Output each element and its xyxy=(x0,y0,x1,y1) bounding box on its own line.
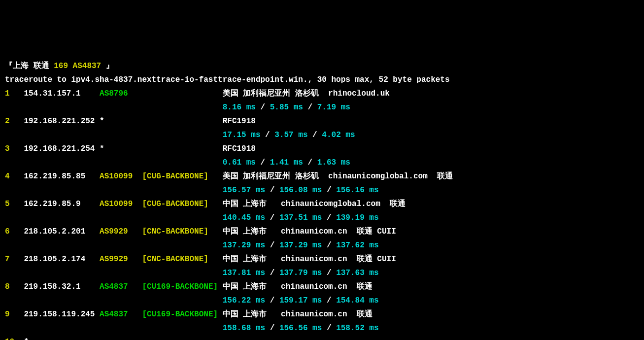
hop-row: 5 162.219.85.9 AS10099 [CUG-BACKBONE] 中国… xyxy=(5,197,639,211)
hop-rtt-2: 137.29 ms xyxy=(279,241,322,250)
hop-ip: 192.168.221.252 xyxy=(24,117,100,126)
hop-row: 4 162.219.85.85 AS10099 [CUG-BACKBONE] 美… xyxy=(5,170,639,183)
hop-rtt-3: 158.52 ms xyxy=(336,324,378,333)
hop-ip: 219.158.119.245 xyxy=(24,310,100,319)
hop-rtt-3: 137.63 ms xyxy=(336,269,378,277)
hop-asn: AS10099 xyxy=(100,200,142,208)
hop-ip: 162.219.85.9 xyxy=(24,200,100,208)
hop-timings: 17.15 ms / 3.57 ms / 4.02 ms xyxy=(5,128,639,142)
hop-number: 3 xyxy=(5,144,24,153)
hop-rtt-1: 0.61 ms xyxy=(223,158,256,167)
hop-number: 1 xyxy=(5,89,24,98)
hop-asn: * xyxy=(100,117,142,126)
hop-backbone-tag: [CUG-BACKBONE] xyxy=(142,200,222,208)
hop-rtt-3: 154.84 ms xyxy=(336,296,378,305)
hop-asn: AS10099 xyxy=(100,172,142,181)
hop-rtt-1: 17.15 ms xyxy=(223,131,261,139)
hop-geo: RFC1918 xyxy=(223,144,256,153)
hop-ip: * xyxy=(24,338,100,340)
hop-ip: 218.105.2.201 xyxy=(24,227,100,236)
hop-timings: 137.29 ms / 137.29 ms / 137.62 ms xyxy=(5,238,639,252)
hop-rtt-2: 137.79 ms xyxy=(279,269,322,277)
hop-timings: 140.45 ms / 137.51 ms / 139.19 ms xyxy=(5,211,639,225)
hop-number: 7 xyxy=(5,255,24,264)
hop-row: 6 218.105.2.201 AS9929 [CNC-BACKBONE] 中国… xyxy=(5,225,639,238)
hop-number: 4 xyxy=(5,172,24,181)
hop-rtt-3: 137.62 ms xyxy=(336,241,378,250)
trace-command: traceroute to ipv4.sha-4837.nexttrace-io… xyxy=(5,73,639,87)
hop-backbone-tag: [CU169-BACKBONE] xyxy=(142,282,222,291)
hop-rtt-2: 3.57 ms xyxy=(274,131,307,139)
hop-rtt-1: 137.29 ms xyxy=(223,241,265,250)
terminal-output: 『上海 联通 169 AS4837 』traceroute to ipv4.sh… xyxy=(5,59,639,340)
hop-row: 3 192.168.221.254 * RFC1918 xyxy=(5,142,639,156)
hop-number: 10 xyxy=(5,338,24,340)
hop-geo: 中国 上海市 chinaunicomglobal.com 联通 xyxy=(223,200,406,208)
hop-row: 10 * xyxy=(5,335,639,340)
hop-rtt-1: 158.68 ms xyxy=(223,324,265,333)
hop-backbone-tag: [CUG-BACKBONE] xyxy=(142,172,222,181)
hop-geo: RFC1918 xyxy=(223,117,256,126)
hop-ip: 219.158.32.1 xyxy=(24,282,100,291)
hop-asn: AS9929 xyxy=(100,255,142,264)
hop-rtt-3: 156.16 ms xyxy=(336,186,378,195)
hop-ip: 218.105.2.174 xyxy=(24,255,100,264)
hop-asn: AS8796 xyxy=(100,89,142,98)
hop-rtt-1: 156.57 ms xyxy=(223,186,265,195)
hop-rtt-2: 156.08 ms xyxy=(279,186,322,195)
hop-row: 2 192.168.221.252 * RFC1918 xyxy=(5,114,639,128)
hop-timings: 8.16 ms / 5.85 ms / 7.19 ms xyxy=(5,101,639,114)
hop-asn: AS4837 xyxy=(100,310,142,319)
hop-rtt-3: 139.19 ms xyxy=(336,213,378,222)
hop-timings: 137.81 ms / 137.79 ms / 137.63 ms xyxy=(5,266,639,280)
hop-rtt-2: 156.56 ms xyxy=(279,324,322,333)
hop-geo: 中国 上海市 chinaunicom.cn 联通 xyxy=(223,282,373,291)
hop-number: 8 xyxy=(5,282,24,291)
hop-backbone-tag: [CNC-BACKBONE] xyxy=(142,227,222,236)
hop-number: 9 xyxy=(5,310,24,319)
hop-rtt-3: 7.19 ms xyxy=(317,103,350,112)
hop-backbone-tag: [CNC-BACKBONE] xyxy=(142,255,222,264)
hop-row: 7 218.105.2.174 AS9929 [CNC-BACKBONE] 中国… xyxy=(5,252,639,266)
hop-timings: 158.68 ms / 156.56 ms / 158.52 ms xyxy=(5,321,639,335)
hop-asn: AS9929 xyxy=(100,227,142,236)
hop-number: 6 xyxy=(5,227,24,236)
hop-geo: 中国 上海市 chinaunicom.cn 联通 xyxy=(223,310,373,319)
hop-rtt-2: 137.51 ms xyxy=(279,213,322,222)
hop-asn: * xyxy=(100,144,142,153)
hop-rtt-3: 4.02 ms xyxy=(322,131,355,139)
hop-asn: AS4837 xyxy=(100,282,142,291)
hop-rtt-2: 1.41 ms xyxy=(270,158,303,167)
hop-rtt-1: 156.22 ms xyxy=(223,296,265,305)
hop-timings: 156.57 ms / 156.08 ms / 156.16 ms xyxy=(5,183,639,197)
hop-ip: 162.219.85.85 xyxy=(24,172,100,181)
hop-row: 8 219.158.32.1 AS4837 [CU169-BACKBONE] 中… xyxy=(5,280,639,294)
hop-row: 9 219.158.119.245 AS4837 [CU169-BACKBONE… xyxy=(5,307,639,321)
hop-rtt-3: 1.63 ms xyxy=(317,158,350,167)
hop-number: 2 xyxy=(5,117,24,126)
trace-title: 『上海 联通 169 AS4837 』 xyxy=(5,59,639,73)
hop-geo: 中国 上海市 chinaunicom.cn 联通 CUII xyxy=(223,227,396,236)
hop-rtt-1: 137.81 ms xyxy=(223,269,265,277)
hop-timings: 156.22 ms / 159.17 ms / 154.84 ms xyxy=(5,294,639,307)
hop-row: 1 154.31.157.1 AS8796 美国 加利福尼亚州 洛杉矶 rhin… xyxy=(5,87,639,101)
hop-number: 5 xyxy=(5,200,24,208)
hop-backbone-tag: [CU169-BACKBONE] xyxy=(142,310,222,319)
hop-ip: 192.168.221.254 xyxy=(24,144,100,153)
hop-geo: 美国 加利福尼亚州 洛杉矶 chinaunicomglobal.com 联通 xyxy=(223,172,453,181)
hop-geo: 中国 上海市 chinaunicom.cn 联通 CUII xyxy=(223,255,396,264)
hop-rtt-1: 8.16 ms xyxy=(223,103,256,112)
hop-ip: 154.31.157.1 xyxy=(24,89,100,98)
hop-rtt-1: 140.45 ms xyxy=(223,213,265,222)
hop-geo: 美国 加利福尼亚州 洛杉矶 rhinocloud.uk xyxy=(223,89,390,98)
hop-timings: 0.61 ms / 1.41 ms / 1.63 ms xyxy=(5,156,639,170)
hop-rtt-2: 5.85 ms xyxy=(270,103,303,112)
hop-rtt-2: 159.17 ms xyxy=(279,296,322,305)
